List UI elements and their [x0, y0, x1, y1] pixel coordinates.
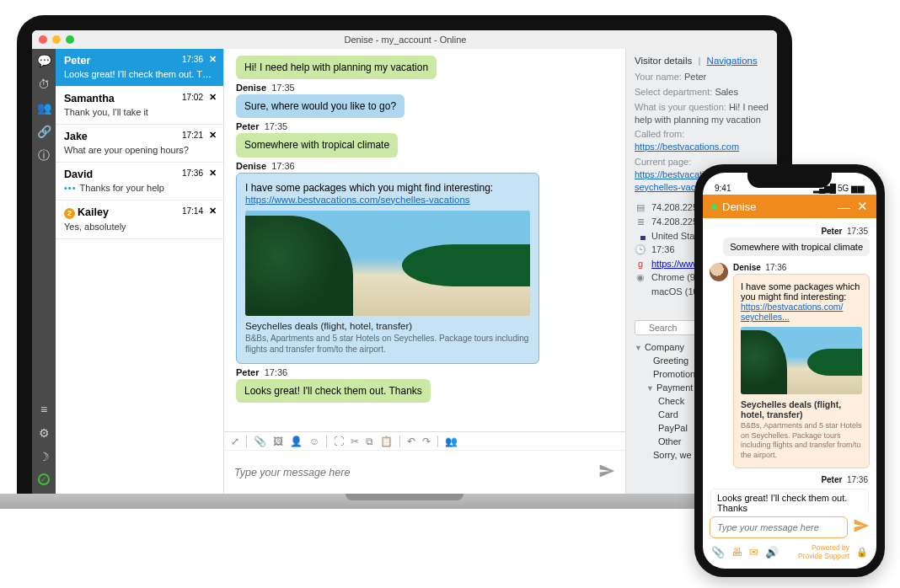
card-link[interactable]: https://www.bestvacations.com/seychelles…	[245, 195, 470, 205]
cut-icon[interactable]: ✂	[351, 436, 359, 447]
conversation-item[interactable]: Jake 17:21 ✕ What are your opening hours…	[56, 125, 223, 163]
message-meta: Peter 17:36	[710, 475, 868, 484]
undo-icon[interactable]: ↶	[407, 436, 415, 447]
conversation-item[interactable]: David 17:36 ✕ •••Thanks for your help	[56, 163, 223, 200]
typing-icon: •••	[64, 183, 77, 193]
visitor-dept: Sales	[715, 87, 738, 97]
message-meta: Denise 17:36	[236, 161, 613, 171]
agent-card-message: I have some packages which you might fin…	[733, 274, 870, 468]
window-close-icon[interactable]	[39, 35, 47, 44]
phone-messages: Peter 17:35 Somewhere with tropical clim…	[703, 218, 876, 511]
redo-icon[interactable]: ↷	[422, 436, 431, 447]
close-icon[interactable]: ✕	[209, 168, 217, 179]
card-title: Seychelles deals (flight, hotel, transfe…	[245, 321, 530, 331]
close-icon[interactable]: ✕	[857, 199, 868, 214]
image-icon[interactable]: 🖼	[273, 436, 283, 447]
close-icon[interactable]: ✕	[209, 92, 217, 103]
lock-icon: 🔒	[856, 547, 868, 558]
message-input[interactable]	[710, 516, 848, 538]
card-intro: I have some packages which you might fin…	[245, 182, 530, 194]
attach-icon[interactable]: 📎	[254, 436, 266, 447]
composer	[224, 450, 625, 494]
copy-icon[interactable]: ⧉	[366, 436, 373, 447]
message-meta: Peter 17:35	[710, 227, 868, 236]
paste-icon[interactable]: 📋	[380, 436, 393, 447]
select-icon[interactable]: ⛶	[334, 436, 344, 447]
window-minimize-icon[interactable]	[52, 35, 61, 44]
conversation-item[interactable]: 2Kailey 17:14 ✕ Yes, absolutely	[56, 200, 223, 239]
print-icon[interactable]: 🖶	[731, 546, 742, 559]
close-icon[interactable]: ✕	[209, 130, 217, 141]
phone-composer	[703, 511, 876, 542]
send-icon[interactable]	[598, 462, 615, 483]
composer-toolbar: ⤢ 📎 🖼 👤 ☺ ⛶ ✂ ⧉ 📋 ↶ ↷	[224, 431, 625, 450]
window-zoom-icon[interactable]	[66, 35, 74, 44]
time-value: 17:36	[651, 244, 675, 254]
transfer-icon[interactable]: 👥	[445, 436, 458, 447]
history-icon[interactable]: ⏱	[38, 78, 50, 91]
conversation-item[interactable]: Samantha 17:02 ✕ Thank you, I'll take it	[56, 87, 223, 125]
popout-icon[interactable]: ⤢	[231, 436, 239, 447]
online-dot-icon	[711, 204, 717, 210]
phone-footer: 📎 🖶 ✉ 🔊 Powered by Provide Support 🔒	[703, 542, 876, 569]
window-title: Denise - my_account - Online	[74, 35, 737, 45]
tab-navigations[interactable]: Navigations	[707, 56, 758, 66]
info-icon[interactable]: ⓘ	[38, 148, 50, 163]
phone-notch	[747, 173, 832, 188]
user-icon[interactable]: 👤	[290, 436, 303, 447]
menu-icon[interactable]: ≡	[40, 403, 47, 416]
message-meta: Denise 17:36	[733, 263, 870, 272]
card-image	[741, 327, 862, 394]
agent-message: Sure, where would you like to go?	[236, 94, 404, 118]
agents-icon[interactable]: 👥	[37, 101, 51, 115]
attach-icon[interactable]: 📎	[711, 546, 725, 559]
night-icon[interactable]: ☽	[39, 450, 50, 463]
agent-avatar	[710, 263, 728, 281]
called-from-link[interactable]: https://bestvacations.com	[635, 142, 739, 152]
chat-icon[interactable]: 💬	[37, 54, 51, 67]
card-intro: I have some packages which you might fin…	[741, 281, 862, 302]
message-meta: Peter 17:35	[236, 121, 613, 131]
ip-icon: ▤	[635, 202, 646, 213]
card-link[interactable]: https://bestvacations.com/ seychelles...	[741, 302, 843, 322]
conversation-list: Peter 17:36 ✕ Looks great! I'll check th…	[56, 49, 224, 494]
message-meta: Peter 17:36	[236, 367, 613, 377]
minimize-icon[interactable]: —	[838, 200, 850, 214]
status-online-icon[interactable]	[38, 473, 50, 485]
visitor-name: Peter	[684, 72, 706, 82]
conv-time: 17:36	[182, 168, 203, 178]
powered-by[interactable]: Powered by Provide Support	[785, 543, 849, 560]
conv-snippet: Looks great! I'll check them out. Th...	[64, 69, 215, 79]
conv-time: 17:36	[182, 55, 203, 64]
email-icon[interactable]: ✉	[749, 546, 758, 559]
close-icon[interactable]: ✕	[209, 206, 217, 216]
conv-time: 17:02	[182, 93, 203, 102]
send-icon[interactable]	[853, 517, 870, 538]
visitor-message: Somewhere with tropical climate	[723, 238, 870, 256]
visitor-message: Somewhere with tropical climate	[236, 133, 398, 157]
close-icon[interactable]: ✕	[209, 54, 217, 65]
card-subtitle: B&Bs, Apartments and 5 star Hotels on Se…	[741, 421, 862, 461]
card-title: Seychelles deals (flight, hotel, transfe…	[741, 399, 862, 420]
laptop-frame: Denise - my_account - Online 💬 ⏱ 👥 🔗 ⓘ ≡…	[17, 15, 792, 509]
agent-name: Denise	[722, 200, 756, 213]
mac-titlebar: Denise - my_account - Online	[32, 30, 777, 49]
clock-icon: 🕒	[635, 244, 646, 255]
agent-card-message: I have some packages which you might fin…	[236, 173, 539, 364]
visitor-message: Looks great! I'll check them out. Thanks	[236, 379, 431, 403]
phone-chat-header: Denise — ✕	[703, 195, 876, 218]
google-icon: g	[635, 259, 646, 269]
host-icon: ≣	[635, 216, 646, 227]
visitor-message: Looks great! I'll check them out. Thanks	[710, 488, 870, 511]
status-time: 9:41	[715, 184, 731, 193]
visitor-message: Hi! I need help with planning my vacatio…	[236, 56, 437, 79]
chat-panel: Hi! I need help with planning my vacatio…	[224, 49, 625, 494]
emoji-icon[interactable]: ☺	[309, 436, 319, 447]
conversation-item[interactable]: Peter 17:36 ✕ Looks great! I'll check th…	[56, 49, 223, 87]
message-input[interactable]	[234, 467, 598, 478]
details-tabs: Visitor details | Navigations	[635, 56, 769, 66]
link-icon[interactable]: 🔗	[37, 125, 51, 138]
tab-visitor-details[interactable]: Visitor details	[635, 56, 692, 66]
settings-icon[interactable]: ⚙	[39, 426, 50, 440]
sound-icon[interactable]: 🔊	[765, 546, 779, 559]
